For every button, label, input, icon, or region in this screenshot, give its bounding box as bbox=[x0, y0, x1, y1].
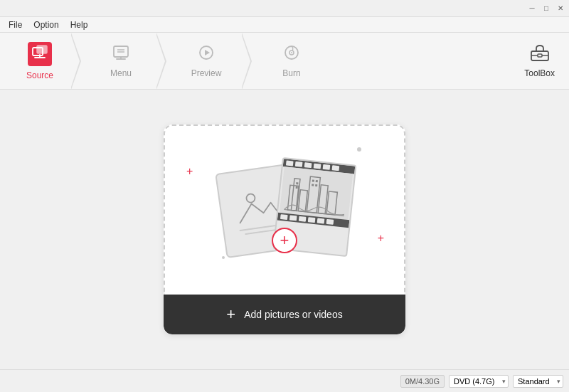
tab-preview-arrow bbox=[242, 33, 252, 90]
deco-plus-left: + bbox=[186, 165, 193, 178]
menu-help[interactable]: Help bbox=[65, 18, 94, 31]
menu-icon bbox=[112, 44, 129, 64]
disc-type-wrapper[interactable]: DVD (4.7G) DVD (8.5G) BD (25G) bbox=[449, 375, 509, 388]
svg-rect-29 bbox=[315, 184, 317, 186]
city-svg bbox=[284, 166, 349, 219]
menu-option[interactable]: Option bbox=[28, 18, 64, 31]
nav-toolbar: Source Menu Preview bbox=[0, 33, 569, 90]
main-content: + + bbox=[0, 90, 569, 369]
tab-burn[interactable]: Burn bbox=[256, 33, 327, 89]
tab-menu[interactable]: Menu bbox=[85, 33, 156, 89]
menu-file[interactable]: File bbox=[3, 18, 28, 31]
menu-bar: File Option Help bbox=[0, 17, 569, 33]
tab-burn-label: Burn bbox=[282, 68, 300, 78]
drop-zone[interactable]: + + bbox=[164, 125, 405, 334]
svg-marker-10 bbox=[205, 50, 210, 55]
add-media-button[interactable]: + Add pictures or videos bbox=[164, 295, 405, 334]
source-icon-box bbox=[28, 42, 52, 66]
toolbox-label: ToolBox bbox=[524, 68, 555, 78]
svg-rect-26 bbox=[312, 179, 314, 181]
quality-wrapper[interactable]: Standard High Medium Low bbox=[513, 375, 563, 388]
svg-point-17 bbox=[246, 193, 256, 203]
svg-point-13 bbox=[291, 52, 292, 53]
drop-zone-upper: + + bbox=[164, 125, 405, 295]
toolbox-button[interactable]: ToolBox bbox=[510, 33, 569, 89]
burn-icon bbox=[283, 44, 300, 64]
svg-rect-27 bbox=[316, 179, 318, 181]
tab-preview-label: Preview bbox=[191, 68, 222, 78]
minimize-button[interactable]: ─ bbox=[526, 3, 538, 14]
add-button-plus-icon: + bbox=[226, 305, 235, 324]
film-frame bbox=[280, 166, 353, 220]
illustration: + bbox=[213, 154, 356, 267]
window-controls: ─ □ ✕ bbox=[526, 3, 566, 14]
tab-source[interactable]: Source bbox=[0, 33, 71, 89]
tab-source-label: Source bbox=[26, 70, 53, 80]
deco-plus-right: + bbox=[378, 232, 384, 245]
quality-select[interactable]: Standard High Medium Low bbox=[513, 375, 563, 388]
svg-rect-24 bbox=[296, 182, 298, 184]
title-bar: ─ □ ✕ bbox=[0, 0, 569, 17]
tab-preview[interactable]: Preview bbox=[171, 33, 242, 89]
tab-menu-label: Menu bbox=[110, 68, 132, 78]
svg-rect-1 bbox=[37, 46, 47, 53]
storage-info: 0M/4.30G bbox=[400, 375, 445, 388]
maximize-button[interactable]: □ bbox=[541, 3, 552, 14]
preview-icon bbox=[198, 44, 215, 64]
svg-rect-28 bbox=[312, 184, 314, 186]
add-media-circle[interactable]: + bbox=[272, 228, 297, 253]
add-button-label: Add pictures or videos bbox=[244, 309, 343, 320]
tab-menu-arrow bbox=[156, 33, 166, 90]
svg-rect-16 bbox=[538, 54, 542, 57]
deco-dot-1 bbox=[357, 147, 361, 152]
toolbox-icon bbox=[530, 44, 550, 64]
status-bar: 0M/4.30G DVD (4.7G) DVD (8.5G) BD (25G) … bbox=[0, 369, 569, 392]
tab-source-arrow bbox=[71, 33, 81, 90]
close-button[interactable]: ✕ bbox=[555, 3, 566, 14]
disc-type-select[interactable]: DVD (4.7G) DVD (8.5G) BD (25G) bbox=[449, 375, 509, 388]
source-icon bbox=[32, 45, 48, 60]
